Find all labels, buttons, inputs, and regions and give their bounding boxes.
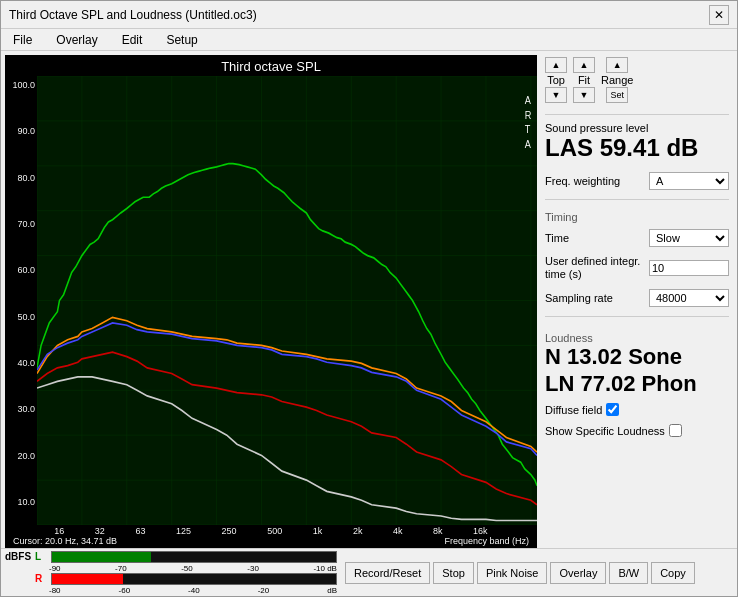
y-label-10: 10.0 [9, 497, 35, 507]
x-label-4k: 4k [393, 526, 403, 536]
y-label-80: 80.0 [9, 173, 35, 183]
dbfs-l-row: dBFS L [5, 551, 337, 563]
x-axis-labels: 16 32 63 125 250 500 1k 2k 4k 8k 16k [5, 525, 537, 536]
time-label: Time [545, 232, 569, 244]
top-label: Top [547, 74, 565, 86]
l-label: L [35, 551, 49, 562]
buttons-section: Record/Reset Stop Pink Noise Overlay B/W… [341, 562, 699, 584]
r-meter-fill [52, 574, 123, 584]
menu-bar: File Overlay Edit Setup [1, 29, 737, 51]
x-label-500: 500 [267, 526, 282, 536]
close-button[interactable]: ✕ [709, 5, 729, 25]
dbfs-ticks-bottom: -80 -60 -40 -20 dB [49, 586, 337, 595]
overlay-button[interactable]: Overlay [550, 562, 606, 584]
fit-down-button[interactable]: ▼ [573, 87, 595, 103]
tick-l-4: -30 [247, 564, 259, 573]
y-label-20: 20.0 [9, 451, 35, 461]
window-title: Third Octave SPL and Loudness (Untitled.… [9, 8, 257, 22]
loudness-title: Loudness [545, 332, 729, 344]
svg-text:A: A [525, 138, 532, 150]
x-label-2k: 2k [353, 526, 363, 536]
dbfs-section: dBFS L -90 -70 -50 -30 -10 dB R [1, 549, 341, 597]
fit-nav-group: ▲ Fit ▼ [573, 57, 595, 103]
cursor-freq-row: Cursor: 20.0 Hz, 34.71 dB Frequency band… [5, 536, 537, 548]
time-row: Time SlowFast [545, 229, 729, 247]
show-specific-label: Show Specific Loudness [545, 425, 665, 437]
y-axis: 100.0 90.0 80.0 70.0 60.0 50.0 40.0 30.0… [5, 76, 37, 525]
tick-l-5: -10 dB [313, 564, 337, 573]
top-nav-group: ▲ Top ▼ [545, 57, 567, 103]
chart-svg: A R T A [37, 76, 537, 525]
tick-l-2: -70 [115, 564, 127, 573]
dbfs-ticks-top-row: -90 -70 -50 -30 -10 dB [5, 564, 337, 573]
chart-body: 100.0 90.0 80.0 70.0 60.0 50.0 40.0 30.0… [5, 76, 537, 525]
menu-edit[interactable]: Edit [118, 33, 147, 47]
sampling-rate-select[interactable]: 4800044100 [649, 289, 729, 307]
y-label-100: 100.0 [9, 80, 35, 90]
x-label-125: 125 [176, 526, 191, 536]
top-down-button[interactable]: ▼ [545, 87, 567, 103]
r-meter [51, 573, 337, 585]
range-up-button[interactable]: ▲ [606, 57, 628, 73]
tick-r-4: -20 [258, 586, 270, 595]
cursor-info: Cursor: 20.0 Hz, 34.71 dB [13, 536, 117, 546]
y-label-90: 90.0 [9, 126, 35, 136]
sampling-rate-row: Sampling rate 4800044100 [545, 289, 729, 307]
chart-title: Third octave SPL [5, 55, 537, 76]
dbfs-ticks-top: -90 -70 -50 -30 -10 dB [49, 564, 337, 573]
freq-weighting-row: Freq. weighting ABCZ [545, 172, 729, 190]
l-meter-fill [52, 552, 151, 562]
dbfs-label: dBFS [5, 551, 33, 562]
bottom-bar: dBFS L -90 -70 -50 -30 -10 dB R [1, 548, 737, 596]
divider-2 [545, 199, 729, 200]
spl-value: LAS 59.41 dB [545, 134, 729, 162]
timing-title: Timing [545, 211, 729, 223]
tick-r-5: dB [327, 586, 337, 595]
loudness-n-value: N 13.02 Sone [545, 344, 729, 370]
freq-weighting-label: Freq. weighting [545, 175, 620, 187]
pink-noise-button[interactable]: Pink Noise [477, 562, 548, 584]
loudness-ln-value: LN 77.02 Phon [545, 371, 729, 397]
record-reset-button[interactable]: Record/Reset [345, 562, 430, 584]
divider-3 [545, 316, 729, 317]
x-label-16: 16 [54, 526, 64, 536]
svg-text:T: T [525, 124, 531, 136]
y-label-70: 70.0 [9, 219, 35, 229]
r-label: R [35, 573, 49, 584]
title-bar: Third Octave SPL and Loudness (Untitled.… [1, 1, 737, 29]
menu-overlay[interactable]: Overlay [52, 33, 101, 47]
menu-setup[interactable]: Setup [162, 33, 201, 47]
diffuse-field-checkbox[interactable] [606, 403, 619, 416]
y-label-50: 50.0 [9, 312, 35, 322]
show-specific-checkbox[interactable] [669, 424, 682, 437]
menu-file[interactable]: File [9, 33, 36, 47]
user-integr-label: User defined integr. time (s) [545, 255, 645, 281]
x-axis-title: Frequency band (Hz) [444, 536, 529, 546]
x-label-8k: 8k [433, 526, 443, 536]
range-nav-group: ▲ Range Set [601, 57, 633, 103]
top-up-button[interactable]: ▲ [545, 57, 567, 73]
set-button[interactable]: Set [606, 87, 628, 103]
x-label-63: 63 [135, 526, 145, 536]
copy-button[interactable]: Copy [651, 562, 695, 584]
fit-up-button[interactable]: ▲ [573, 57, 595, 73]
bw-button[interactable]: B/W [609, 562, 648, 584]
diffuse-field-row: Diffuse field [545, 403, 729, 416]
svg-text:R: R [525, 109, 532, 121]
stop-button[interactable]: Stop [433, 562, 474, 584]
user-integr-input[interactable] [649, 260, 729, 276]
loudness-section: Loudness N 13.02 Sone LN 77.02 Phon [545, 328, 729, 397]
x-label-250: 250 [222, 526, 237, 536]
tick-l-3: -50 [181, 564, 193, 573]
tick-r-1: -80 [49, 586, 61, 595]
y-label-60: 60.0 [9, 265, 35, 275]
x-label-32: 32 [95, 526, 105, 536]
chart-panel: Third octave SPL 100.0 90.0 80.0 70.0 60… [5, 55, 537, 548]
freq-weighting-select[interactable]: ABCZ [649, 172, 729, 190]
y-label-30: 30.0 [9, 404, 35, 414]
spl-label: Sound pressure level [545, 122, 729, 134]
l-meter [51, 551, 337, 563]
content-area: Third octave SPL 100.0 90.0 80.0 70.0 60… [1, 51, 737, 548]
right-panel: ▲ Top ▼ ▲ Fit ▼ ▲ Range Set Sound pre [537, 51, 737, 548]
time-select[interactable]: SlowFast [649, 229, 729, 247]
